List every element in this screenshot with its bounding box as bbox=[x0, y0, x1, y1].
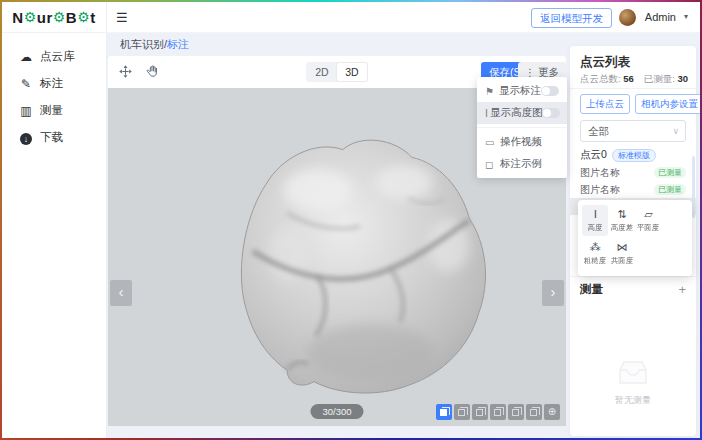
cube-icon bbox=[458, 409, 465, 416]
sidebar-item-label: 下载 bbox=[40, 130, 63, 145]
cube-solid-view-button[interactable] bbox=[436, 404, 452, 420]
show-heightmap-toggle[interactable] bbox=[542, 108, 560, 118]
cube-icon bbox=[530, 409, 537, 416]
upload-pointcloud-button[interactable]: 上传点云 bbox=[580, 94, 630, 114]
next-image-button[interactable]: › bbox=[542, 280, 564, 306]
pointcloud-name: 点云0 bbox=[580, 148, 607, 162]
sidebar-menu: ☁ 点云库 ✎ 标注 ▥ 测量 ↓ 下载 bbox=[2, 33, 106, 151]
cube-view-1-button[interactable] bbox=[454, 404, 470, 420]
sidebar-item-measure[interactable]: ▥ 测量 bbox=[2, 97, 106, 124]
tooth-model-3d[interactable] bbox=[174, 102, 500, 412]
filter-select[interactable]: 全部 ∨ bbox=[580, 120, 686, 142]
tool-label: 高度 bbox=[588, 222, 603, 232]
cube-view-2-button[interactable] bbox=[472, 404, 488, 420]
menu-item-label: 显示高度图 bbox=[490, 106, 543, 120]
prev-image-button[interactable]: ‹ bbox=[110, 280, 132, 306]
cube-view-4-button[interactable] bbox=[508, 404, 524, 420]
menu-item-tutorial-video[interactable]: ▭ 操作视频 bbox=[477, 131, 567, 153]
view-orientation-buttons: ⊕ bbox=[436, 404, 560, 420]
menu-item-show-annotation[interactable]: ⚑ 显示标注 bbox=[477, 80, 567, 102]
cube-icon bbox=[494, 409, 501, 416]
frame-icon: ◻ bbox=[485, 159, 498, 170]
sidebar: N⚙ur⚙B⚙t ☁ 点云库 ✎ 标注 ▥ 测量 ↓ 下载 bbox=[2, 2, 107, 438]
breadcrumb-parent[interactable]: 机车识别 bbox=[120, 38, 164, 50]
brand-text: N bbox=[12, 9, 23, 26]
flag-icon: ⚑ bbox=[485, 86, 497, 97]
stat-total: 点云总数: 56 bbox=[580, 73, 634, 86]
user-menu[interactable]: Admin bbox=[645, 11, 676, 23]
measure-section-header: 测量 + bbox=[580, 282, 686, 297]
add-measure-button[interactable]: + bbox=[678, 283, 686, 296]
cube-view-5-button[interactable] bbox=[526, 404, 542, 420]
panel-stats: 点云总数: 56 已测量: 30 bbox=[580, 73, 688, 86]
roughness-icon: ⁂ bbox=[590, 241, 601, 254]
tool-height[interactable]: Ⅰ 高度 bbox=[582, 205, 608, 236]
menu-item-annotation-example[interactable]: ◻ 标注示例 bbox=[477, 153, 567, 175]
measured-badge: 已测量 bbox=[654, 167, 686, 178]
sidebar-item-annotation[interactable]: ✎ 标注 bbox=[2, 70, 106, 97]
view-2d-button[interactable]: 2D bbox=[307, 63, 337, 81]
brand-logo: N⚙ur⚙B⚙t bbox=[2, 2, 106, 33]
breadcrumb-current: 标注 bbox=[167, 38, 189, 50]
locate-target-button[interactable]: ⊕ bbox=[544, 404, 560, 420]
panel-title: 点云列表 bbox=[580, 54, 630, 71]
cloud-icon: ☁ bbox=[18, 50, 34, 64]
menu-item-show-heightmap[interactable]: Ⅰ 显示高度图 bbox=[477, 102, 567, 124]
panel-actions: 上传点云 相机内参设置 bbox=[580, 94, 700, 114]
move-icon[interactable] bbox=[118, 64, 133, 79]
cube-view-3-button[interactable] bbox=[490, 404, 506, 420]
tool-roughness[interactable]: ⁂ 粗糙度 bbox=[582, 238, 608, 269]
tool-label: 高度差 bbox=[611, 222, 633, 232]
crosshair-icon: ⊕ bbox=[544, 404, 560, 420]
window-border-top bbox=[0, 0, 702, 2]
cube-icon bbox=[476, 409, 483, 416]
measure-title: 测量 bbox=[580, 282, 603, 297]
brand-text: ur bbox=[37, 9, 53, 26]
gear-icon: ⚙ bbox=[53, 9, 66, 25]
height-diff-icon: ⇅ bbox=[617, 208, 626, 221]
collapse-menu-icon[interactable]: ☰ bbox=[116, 10, 128, 25]
tool-label: 平面度 bbox=[637, 222, 659, 232]
avatar[interactable] bbox=[619, 9, 636, 26]
tool-label: 粗糙度 bbox=[584, 255, 606, 265]
sidebar-item-download[interactable]: ↓ 下载 bbox=[2, 124, 106, 151]
tool-height-diff[interactable]: ⇅ 高度差 bbox=[609, 205, 635, 236]
canvas-tools bbox=[118, 64, 160, 79]
image-name: 图片名称 bbox=[580, 183, 654, 197]
camera-params-button[interactable]: 相机内参设置 bbox=[635, 94, 700, 114]
page: N⚙ur⚙B⚙t ☁ 点云库 ✎ 标注 ▥ 测量 ↓ 下载 bbox=[2, 2, 700, 438]
empty-state-text: 暂无测量 bbox=[570, 394, 696, 407]
chevron-down-icon: ∨ bbox=[672, 121, 679, 141]
view-3d-button[interactable]: 3D bbox=[337, 63, 367, 81]
image-row[interactable]: 图片名称 已测量 bbox=[570, 181, 696, 198]
menu-item-label: 操作视频 bbox=[500, 135, 559, 149]
measure-icon: ▥ bbox=[18, 104, 34, 118]
back-to-model-dev-button[interactable]: 返回模型开发 bbox=[531, 8, 612, 28]
tool-coplanarity[interactable]: ⋈ 共面度 bbox=[609, 238, 635, 269]
cube-icon bbox=[512, 409, 519, 416]
empty-state: 暂无测量 bbox=[570, 358, 696, 407]
pointcloud-group-row[interactable]: 点云0 标准模版 bbox=[580, 148, 656, 162]
gear-icon: ⚙ bbox=[77, 9, 90, 25]
tool-flatness[interactable]: ▱ 平面度 bbox=[635, 205, 661, 236]
stat-measured: 已测量: 30 bbox=[644, 73, 688, 86]
hand-pan-icon[interactable] bbox=[145, 64, 160, 79]
list-scrollbar[interactable] bbox=[692, 156, 695, 218]
height-icon: Ⅰ bbox=[594, 208, 597, 221]
measure-tools-popover: Ⅰ 高度 ⇅ 高度差 ▱ 平面度 ⁂ 粗糙度 ⋈ 共面度 bbox=[578, 200, 692, 276]
menu-item-label: 标注示例 bbox=[500, 157, 559, 171]
sidebar-item-label: 测量 bbox=[40, 103, 63, 118]
empty-tray-icon bbox=[614, 358, 652, 388]
brand-text: B bbox=[66, 9, 77, 26]
tool-label: 共面度 bbox=[611, 255, 633, 265]
sidebar-item-label: 点云库 bbox=[40, 49, 75, 64]
sidebar-item-pointcloud-library[interactable]: ☁ 点云库 bbox=[2, 43, 106, 70]
download-icon: ↓ bbox=[18, 131, 34, 145]
coplanarity-icon: ⋈ bbox=[616, 241, 627, 254]
show-annotation-toggle[interactable] bbox=[541, 86, 559, 96]
breadcrumb: 机车识别/标注 bbox=[120, 37, 189, 52]
brand-text: t bbox=[90, 9, 96, 26]
image-row[interactable]: 图片名称 已测量 bbox=[570, 164, 696, 181]
video-icon: ▭ bbox=[485, 137, 498, 148]
sidebar-item-label: 标注 bbox=[40, 76, 63, 91]
